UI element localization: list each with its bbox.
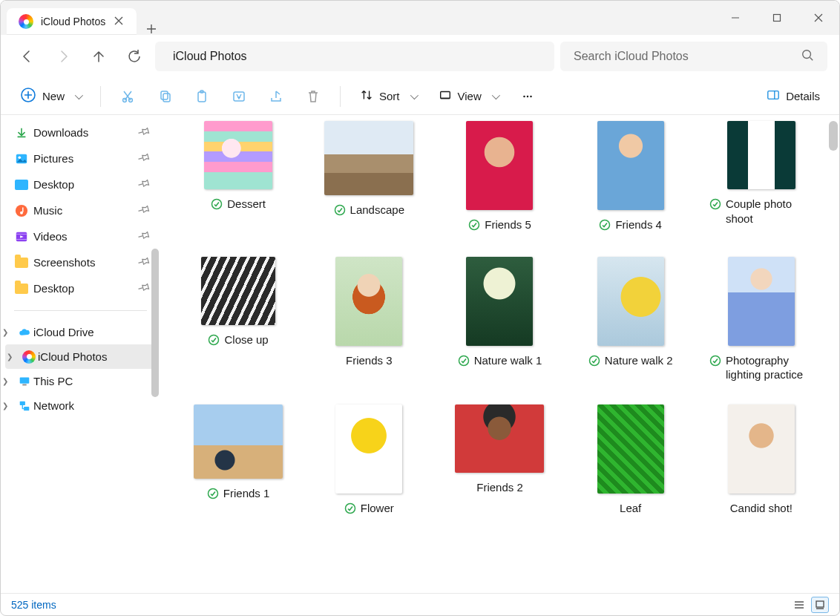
synced-check-icon bbox=[334, 204, 346, 220]
photo-name: Photography lighting practice bbox=[726, 353, 813, 382]
content-pane[interactable]: Dessert Landscape Friends 5 Friends 4 Co… bbox=[160, 115, 839, 593]
list-view-toggle[interactable] bbox=[790, 597, 808, 613]
back-button[interactable] bbox=[13, 42, 42, 71]
rename-button[interactable] bbox=[226, 85, 252, 108]
synced-check-icon bbox=[344, 502, 356, 518]
synced-check-icon bbox=[709, 198, 721, 214]
more-button[interactable] bbox=[514, 85, 541, 108]
photo-name: Candid shot! bbox=[730, 501, 793, 516]
chevron-right-icon[interactable]: ❯ bbox=[2, 377, 8, 385]
nav-item-icloud-photos[interactable]: ❯ iCloud Photos bbox=[5, 344, 156, 369]
synced-check-icon bbox=[211, 198, 223, 214]
caption: Friends 2 bbox=[476, 480, 523, 495]
nav-item-this-pc[interactable]: ❯ This PC bbox=[1, 369, 160, 393]
pin-icon[interactable] bbox=[135, 149, 152, 167]
share-button[interactable] bbox=[263, 85, 289, 108]
icon-view-toggle[interactable] bbox=[811, 597, 829, 613]
delete-button[interactable] bbox=[300, 85, 327, 108]
cut-button[interactable] bbox=[114, 85, 141, 108]
address-text: iCloud Photos bbox=[173, 50, 247, 63]
refresh-button[interactable] bbox=[119, 42, 149, 71]
details-label: Details bbox=[786, 90, 820, 102]
new-button[interactable]: New bbox=[14, 82, 87, 110]
body: Downloads Pictures Desktop Music Videos … bbox=[1, 115, 839, 593]
tab-icloud-photos[interactable]: iCloud Photos bbox=[7, 8, 137, 35]
pc-icon bbox=[17, 374, 32, 389]
new-tab-button[interactable] bbox=[137, 23, 166, 35]
thumbnail bbox=[728, 257, 795, 346]
pin-icon[interactable] bbox=[135, 227, 152, 245]
photo-item[interactable]: Leaf bbox=[575, 404, 686, 518]
details-button[interactable]: Details bbox=[761, 84, 826, 108]
pin-icon[interactable] bbox=[135, 279, 152, 297]
sidebar-scrollbar[interactable] bbox=[151, 249, 159, 397]
thumbnail bbox=[466, 257, 533, 346]
sidebar-item-downloads[interactable]: Downloads bbox=[1, 119, 160, 145]
sidebar[interactable]: Downloads Pictures Desktop Music Videos … bbox=[1, 115, 160, 593]
sidebar-item-desktop[interactable]: Desktop bbox=[1, 171, 160, 197]
sidebar-item-screenshots[interactable]: Screenshots bbox=[1, 249, 160, 275]
photo-item[interactable]: Flower bbox=[313, 404, 424, 518]
copy-button[interactable] bbox=[151, 85, 178, 108]
sidebar-item-desktop[interactable]: Desktop bbox=[1, 275, 160, 301]
synced-check-icon bbox=[599, 219, 611, 235]
folder-icon bbox=[14, 281, 29, 296]
close-window-button[interactable] bbox=[798, 1, 839, 35]
sort-button[interactable]: Sort bbox=[354, 84, 422, 108]
nav-item-label: iCloud Drive bbox=[33, 326, 94, 338]
chevron-right-icon[interactable]: ❯ bbox=[7, 353, 13, 361]
sort-label: Sort bbox=[379, 90, 400, 102]
search-box[interactable]: Search iCloud Photos bbox=[560, 42, 827, 71]
separator bbox=[340, 86, 341, 107]
maximize-button[interactable] bbox=[756, 1, 798, 35]
photo-item[interactable]: Nature walk 2 bbox=[575, 257, 686, 382]
pin-icon[interactable] bbox=[135, 123, 152, 141]
nav-item-network[interactable]: ❯ Network bbox=[1, 393, 160, 418]
forward-button[interactable] bbox=[48, 42, 78, 71]
photo-item[interactable]: Friends 1 bbox=[183, 404, 294, 518]
address-bar[interactable]: iCloud Photos bbox=[155, 42, 554, 71]
tab-strip: iCloud Photos bbox=[1, 1, 715, 35]
paste-button[interactable] bbox=[188, 85, 215, 108]
pin-icon[interactable] bbox=[135, 201, 152, 219]
photo-item[interactable]: Landscape bbox=[313, 121, 424, 235]
pin-icon[interactable] bbox=[135, 253, 152, 271]
up-button[interactable] bbox=[84, 42, 114, 71]
new-label: New bbox=[42, 90, 65, 102]
synced-check-icon bbox=[468, 219, 480, 235]
photo-item[interactable]: Close up bbox=[183, 257, 294, 382]
photo-item[interactable]: Photography lighting practice bbox=[706, 257, 817, 382]
svg-point-11 bbox=[523, 95, 525, 97]
minimize-button[interactable] bbox=[715, 1, 756, 35]
photo-item[interactable]: Nature walk 1 bbox=[444, 257, 555, 382]
photo-name: Couple photo shoot bbox=[726, 197, 813, 226]
photo-name: Dessert bbox=[227, 197, 266, 212]
photo-item[interactable]: Friends 2 bbox=[444, 404, 555, 518]
chevron-right-icon[interactable]: ❯ bbox=[2, 402, 8, 410]
sidebar-item-videos[interactable]: Videos bbox=[1, 223, 160, 249]
sidebar-item-pictures[interactable]: Pictures bbox=[1, 145, 160, 171]
svg-rect-7 bbox=[198, 92, 206, 102]
photo-item[interactable]: Friends 3 bbox=[313, 257, 424, 382]
thumbnail bbox=[597, 257, 664, 346]
photo-item[interactable]: Candid shot! bbox=[706, 404, 817, 518]
sidebar-item-music[interactable]: Music bbox=[1, 197, 160, 223]
content-scrollbar[interactable] bbox=[829, 121, 838, 151]
item-count: 525 items bbox=[11, 599, 56, 611]
sidebar-item-label: Desktop bbox=[33, 178, 74, 191]
pin-icon[interactable] bbox=[135, 175, 152, 193]
photo-item[interactable]: Friends 5 bbox=[444, 121, 555, 235]
photo-item[interactable]: Friends 4 bbox=[575, 121, 686, 235]
view-button[interactable]: View bbox=[433, 84, 504, 108]
svg-rect-10 bbox=[440, 92, 450, 99]
photo-item[interactable]: Couple photo shoot bbox=[706, 121, 817, 235]
svg-point-12 bbox=[527, 95, 529, 97]
new-icon bbox=[20, 87, 36, 105]
separator bbox=[100, 86, 101, 107]
photo-item[interactable]: Dessert bbox=[183, 121, 294, 235]
nav-item-icloud-drive[interactable]: ❯ iCloud Drive bbox=[1, 320, 160, 344]
svg-rect-21 bbox=[22, 384, 26, 385]
chevron-right-icon[interactable]: ❯ bbox=[2, 328, 8, 336]
tab-close-icon[interactable] bbox=[113, 15, 125, 29]
thumbnail bbox=[324, 121, 413, 195]
